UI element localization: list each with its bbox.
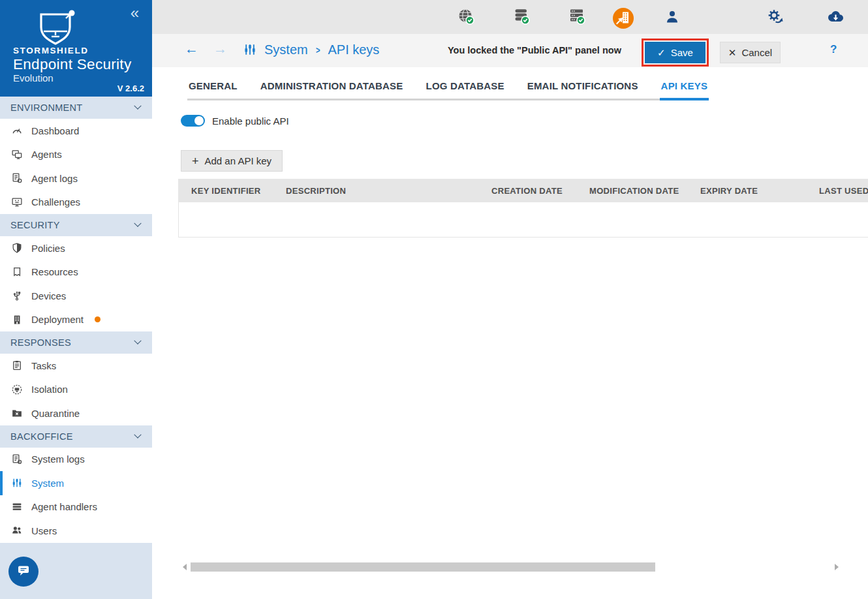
user-account-icon[interactable] — [664, 8, 681, 25]
scroll-right-arrow[interactable] — [835, 564, 839, 570]
save-button[interactable]: ✓ Save — [645, 42, 705, 63]
brand-header: « STORMSHIELD Endpoint Security Evolutio… — [0, 0, 152, 97]
tab-api-keys[interactable]: API KEYS — [660, 80, 709, 100]
sidebar-item-users[interactable]: Users — [0, 519, 152, 543]
sidebar-item-label: Quarantine — [31, 408, 80, 419]
toolbar: ← → System > API keys You locked the "Pu… — [152, 34, 868, 67]
breadcrumb-separator-icon: > — [316, 44, 320, 55]
empty-table-row — [178, 202, 868, 238]
help-button[interactable]: ? — [830, 43, 837, 56]
sidebar-item-deployment[interactable]: Deployment — [0, 308, 152, 332]
section-backoffice[interactable]: BACKOFFICE — [0, 425, 152, 448]
sidebar-item-devices[interactable]: Devices — [0, 284, 152, 308]
cancel-button[interactable]: ✕ Cancel — [720, 42, 781, 63]
cloud-download-icon[interactable] — [826, 9, 845, 25]
tab-general[interactable]: GENERAL — [187, 80, 239, 100]
table-header: KEY IDENTIFIER DESCRIPTION CREATION DATE… — [178, 179, 868, 202]
brand-product: Endpoint Security — [13, 56, 131, 73]
sidebar-item-agents[interactable]: Agents — [0, 143, 152, 167]
sidebar-item-label: Resources — [31, 266, 78, 277]
sidebar-item-quarantine[interactable]: Quarantine — [0, 401, 152, 425]
brand-version: V 2.6.2 — [117, 84, 144, 93]
enable-public-api-toggle[interactable] — [181, 115, 205, 127]
sidebar-item-resources[interactable]: Resources — [0, 260, 152, 284]
chevron-down-icon — [134, 431, 141, 438]
unsaved-changes-dot — [95, 316, 101, 322]
sidebar-item-system-logs[interactable]: System logs — [0, 448, 152, 472]
sidebar-item-label: Agent logs — [31, 173, 78, 184]
quarantine-icon — [10, 407, 23, 419]
api-keys-table: KEY IDENTIFIER DESCRIPTION CREATION DATE… — [178, 179, 868, 238]
col-key-identifier: KEY IDENTIFIER — [191, 186, 261, 196]
agents-icon — [10, 149, 23, 161]
back-arrow[interactable]: ← — [185, 41, 198, 57]
lock-status-message: You locked the "Public API" panel now — [448, 45, 621, 55]
collapse-sidebar-icon[interactable]: « — [131, 5, 139, 21]
check-icon: ✓ — [657, 47, 666, 59]
sidebar-item-system[interactable]: System — [0, 471, 152, 495]
isolation-icon — [10, 384, 23, 395]
sidebar-item-challenges[interactable]: Challenges — [0, 191, 152, 215]
main-area: ← → System > API keys You locked the "Pu… — [152, 0, 868, 599]
sidebar-footer — [0, 543, 152, 599]
add-api-key-label: Add an API key — [205, 155, 272, 166]
col-description: DESCRIPTION — [286, 186, 346, 196]
breadcrumb-current: API keys — [328, 42, 379, 57]
public-api-status-icon[interactable] — [457, 8, 476, 26]
sidebar-item-label: Tasks — [31, 360, 56, 371]
breadcrumb: System > API keys — [243, 41, 379, 58]
breadcrumb-parent[interactable]: System — [264, 42, 308, 57]
toggle-knob — [194, 116, 204, 125]
plus-icon: + — [192, 155, 199, 167]
scroll-left-arrow[interactable] — [183, 564, 187, 570]
sidebar-item-dashboard[interactable]: Dashboard — [0, 119, 152, 143]
sidebar-item-agent-handlers[interactable]: Agent handlers — [0, 495, 152, 519]
brand-edition: Evolution — [13, 72, 131, 84]
administration-database-status-icon[interactable] — [513, 8, 531, 26]
save-label: Save — [671, 47, 693, 58]
chat-bubble-icon — [16, 562, 31, 581]
sidebar-item-label: Dashboard — [31, 125, 79, 136]
dashboard-icon — [10, 125, 23, 136]
log-database-status-icon[interactable] — [568, 8, 587, 26]
toggle-label: Enable public API — [212, 115, 289, 127]
services-gear-icon[interactable] — [767, 8, 784, 26]
sidebar-item-label: Policies — [31, 243, 65, 254]
sidebar-item-isolation[interactable]: Isolation — [0, 378, 152, 402]
deployment-pending-icon[interactable] — [611, 6, 636, 31]
section-label: ENVIRONMENT — [10, 102, 82, 113]
sidebar-item-label: System — [31, 478, 64, 489]
col-creation-date: CREATION DATE — [491, 186, 563, 196]
section-security[interactable]: SECURITY — [0, 214, 152, 236]
agent-handlers-icon — [10, 501, 23, 513]
deployment-icon — [10, 314, 23, 326]
tab-email-notifications[interactable]: EMAIL NOTIFICATIONS — [526, 80, 640, 100]
chevron-down-icon — [134, 337, 141, 345]
devices-icon — [10, 290, 23, 301]
sidebar-item-agent-logs[interactable]: Agent logs — [0, 166, 152, 191]
section-label: BACKOFFICE — [10, 431, 73, 442]
add-api-key-button[interactable]: + Add an API key — [181, 150, 283, 172]
col-expiry-date: EXPIRY DATE — [700, 186, 758, 196]
sidebar-item-label: Isolation — [31, 384, 68, 395]
system-sliders-icon — [243, 41, 257, 58]
tab-log-database[interactable]: LOG DATABASE — [425, 80, 506, 100]
brand-text: STORMSHIELD Endpoint Security Evolution — [13, 46, 131, 84]
sidebar-item-tasks[interactable]: Tasks — [0, 354, 152, 378]
section-responses[interactable]: RESPONSES — [0, 331, 152, 354]
sidebar-item-label: Agents — [31, 149, 62, 160]
section-environment[interactable]: ENVIRONMENT — [0, 97, 152, 119]
agent-logs-icon — [10, 172, 23, 184]
resources-icon — [10, 266, 23, 278]
tab-administration-database[interactable]: ADMINISTRATION DATABASE — [259, 80, 405, 100]
sidebar-item-label: Challenges — [31, 196, 80, 207]
sidebar-item-policies[interactable]: Policies — [0, 236, 152, 260]
sidebar-item-label: System logs — [31, 453, 85, 465]
feedback-chat-button[interactable] — [8, 557, 39, 587]
forward-arrow[interactable]: → — [213, 41, 227, 57]
users-icon — [10, 525, 23, 536]
horizontal-scrollbar-thumb[interactable] — [191, 562, 655, 572]
system-icon — [10, 477, 23, 489]
col-last-used: LAST USED — [819, 186, 868, 196]
enable-public-api-row: Enable public API — [181, 115, 289, 127]
